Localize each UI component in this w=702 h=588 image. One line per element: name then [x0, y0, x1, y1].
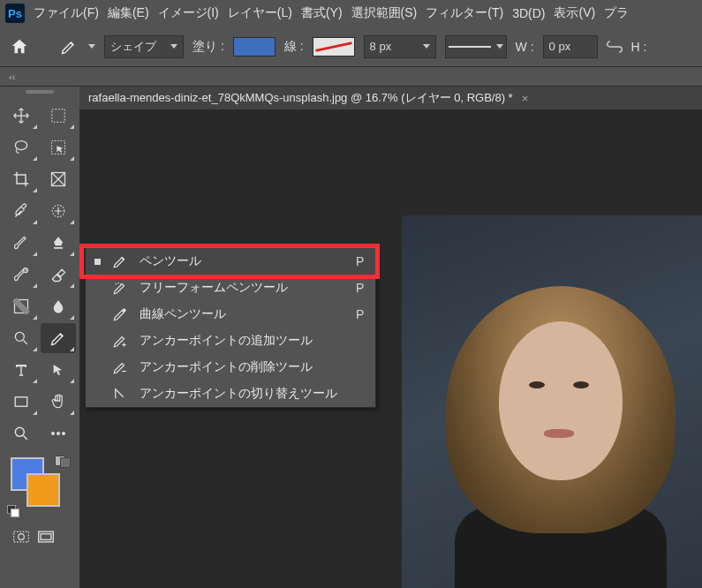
eraser-tool[interactable]	[41, 260, 76, 290]
link-wh-icon[interactable]	[607, 39, 623, 55]
current-tool-icon[interactable]	[58, 36, 79, 57]
brush-tool[interactable]	[4, 228, 39, 258]
pen-tool[interactable]	[41, 323, 76, 353]
svg-rect-0	[52, 109, 64, 122]
crop-tool[interactable]	[4, 164, 39, 194]
flyout-label: フリーフォームペンツール	[140, 280, 288, 296]
freeform-pen-icon	[111, 279, 129, 297]
dodge-tool[interactable]	[4, 323, 39, 353]
svg-point-14	[19, 534, 25, 540]
svg-point-9	[15, 427, 24, 436]
tool-preset-chevron-icon[interactable]	[88, 44, 95, 49]
gradient-tool[interactable]	[4, 291, 39, 321]
fill-color-swatch[interactable]	[233, 37, 276, 57]
swap-colors-icon[interactable]	[55, 456, 71, 468]
flyout-pen-tool[interactable]: ペンツール P	[86, 248, 375, 275]
chevron-down-icon	[423, 44, 430, 49]
menu-file[interactable]: ファイル(F)	[34, 5, 99, 21]
flyout-label: ペンツール	[140, 253, 201, 269]
toolbox	[0, 87, 79, 588]
menu-image[interactable]: イメージ(I)	[158, 5, 219, 21]
menu-select[interactable]: 選択範囲(S)	[351, 5, 418, 21]
blur-tool[interactable]	[41, 291, 76, 321]
object-selection-tool[interactable]	[41, 132, 76, 162]
chevron-down-icon	[170, 44, 177, 49]
chevron-down-icon	[496, 44, 503, 49]
stroke-style-line-icon	[449, 46, 491, 48]
flyout-label: 曲線ペンツール	[140, 306, 226, 322]
menu-edit[interactable]: 編集(E)	[108, 5, 149, 21]
svg-rect-13	[14, 531, 29, 542]
convert-anchor-icon	[111, 385, 129, 403]
flyout-shortcut: P	[356, 281, 363, 295]
width-input[interactable]: 0 px	[543, 35, 598, 58]
menu-type[interactable]: 書式(Y)	[301, 5, 343, 21]
collapse-arrows-icon: ‹‹	[9, 72, 15, 82]
flyout-freeform-pen-tool[interactable]: フリーフォームペンツール P	[86, 275, 375, 301]
type-tool[interactable]	[4, 355, 39, 385]
tool-mode-select[interactable]: シェイプ	[104, 35, 184, 58]
svg-point-17	[123, 309, 125, 312]
pen-tool-flyout: ペンツール P フリーフォームペンツール P 曲線ペンツール P アンカーポイン…	[85, 247, 376, 408]
default-colors-icon[interactable]	[7, 505, 19, 517]
stroke-width-value: 8 px	[370, 40, 392, 53]
flyout-convert-anchor-tool[interactable]: アンカーポイントの切り替えツール	[86, 381, 375, 407]
flyout-label: アンカーポイントの切り替えツール	[140, 386, 337, 402]
flyout-shortcut: P	[356, 254, 363, 268]
stroke-style-select[interactable]	[445, 35, 507, 58]
stroke-width-input[interactable]: 8 px	[364, 35, 436, 58]
toolbox-grabber[interactable]	[0, 87, 79, 97]
svg-point-1	[15, 141, 26, 150]
home-icon[interactable]	[7, 34, 32, 59]
zoom-tool[interactable]	[4, 418, 39, 449]
tool-mode-label: シェイプ	[110, 39, 156, 55]
healing-brush-tool[interactable]	[41, 196, 76, 226]
menu-layer[interactable]: レイヤー(L)	[228, 5, 292, 21]
svg-point-12	[62, 432, 65, 435]
rectangle-tool[interactable]	[4, 387, 39, 417]
panel-collapse-bar[interactable]: ‹‹	[0, 67, 702, 87]
move-tool[interactable]	[4, 101, 39, 131]
delete-anchor-icon	[111, 358, 129, 376]
history-brush-tool[interactable]	[4, 260, 39, 290]
stroke-color-swatch[interactable]	[313, 37, 355, 57]
flyout-label: アンカーポイントの削除ツール	[140, 359, 313, 375]
app-logo: Ps	[5, 4, 25, 23]
clone-stamp-tool[interactable]	[41, 228, 76, 258]
background-color[interactable]	[26, 473, 60, 507]
flyout-curvature-pen-tool[interactable]: 曲線ペンツール P	[86, 301, 375, 328]
menu-filter[interactable]: フィルター(T)	[426, 5, 503, 21]
flyout-add-anchor-tool[interactable]: アンカーポイントの追加ツール	[86, 328, 375, 354]
document-tab[interactable]: rafaella-mendes-diniz-et_78QkMMQs-unspla…	[88, 90, 528, 106]
selected-indicator-icon	[94, 259, 101, 265]
color-swatches	[0, 452, 79, 523]
lasso-tool[interactable]	[4, 132, 39, 162]
hand-tool[interactable]	[41, 387, 76, 417]
svg-point-10	[51, 432, 55, 435]
rect-marquee-tool[interactable]	[41, 101, 76, 131]
frame-tool[interactable]	[41, 164, 76, 194]
eyedropper-tool[interactable]	[4, 196, 39, 226]
width-value: 0 px	[549, 40, 571, 53]
screen-mode-icon[interactable]	[37, 530, 55, 544]
close-icon[interactable]: ×	[522, 92, 529, 105]
menu-plugins[interactable]: プラ	[604, 5, 629, 21]
path-selection-tool[interactable]	[41, 355, 76, 385]
edit-toolbar[interactable]	[41, 418, 76, 449]
height-label: H :	[631, 40, 647, 54]
fill-label: 塗り :	[192, 39, 224, 55]
add-anchor-icon	[111, 332, 129, 350]
svg-rect-8	[15, 397, 27, 407]
flyout-shortcut: P	[356, 307, 363, 321]
svg-point-7	[15, 332, 24, 341]
menu-3d[interactable]: 3D(D)	[512, 6, 545, 20]
pen-icon	[111, 253, 129, 270]
flyout-label: アンカーポイントの追加ツール	[140, 333, 313, 349]
menu-view[interactable]: 表示(V)	[554, 5, 595, 21]
menu-bar: Ps ファイル(F) 編集(E) イメージ(I) レイヤー(L) 書式(Y) 選…	[0, 0, 702, 26]
flyout-delete-anchor-tool[interactable]: アンカーポイントの削除ツール	[86, 354, 375, 381]
stroke-label: 線 :	[284, 39, 304, 55]
svg-point-11	[57, 432, 60, 435]
quick-mask-icon[interactable]	[12, 530, 30, 544]
document-image	[402, 215, 702, 588]
